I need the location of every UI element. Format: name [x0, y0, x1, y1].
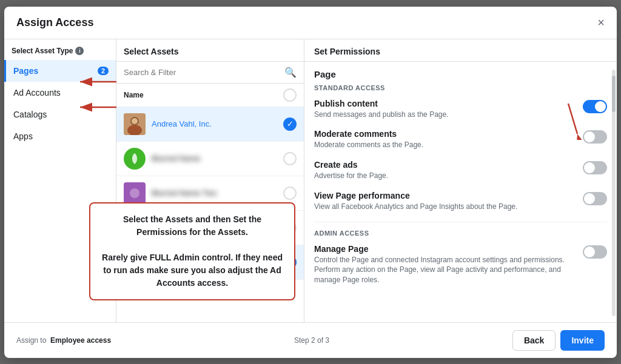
svg-line-13 [568, 104, 577, 134]
avatar [124, 113, 146, 135]
standard-access-title: Standard Access [314, 84, 607, 91]
right-panel-wrapper: Set Permissions Page Standard Access Pub… [304, 39, 617, 322]
scrollbar-track [612, 70, 616, 316]
pages-arrow-annotation [77, 73, 119, 90]
asset-name: Blurred Name [152, 154, 277, 163]
asset-row[interactable]: Blurred Name [116, 142, 304, 176]
permission-row-create-ads: Create ads Advertise for the Page. [314, 160, 607, 181]
search-bar: 🔍 [116, 62, 304, 84]
permission-name: Manage Page [314, 244, 576, 254]
toggle-arrow-annotation [532, 98, 586, 140]
asset-name: Andrea Vahl, Inc. [152, 119, 277, 128]
permission-row-manage-page: Manage Page Control the Page and connect… [314, 244, 607, 285]
permission-name: View Page performance [314, 191, 576, 200]
close-button[interactable]: × [597, 16, 605, 28]
set-permissions-header: Set Permissions [304, 39, 617, 62]
create-ads-toggle[interactable] [583, 161, 607, 174]
asset-check[interactable] [283, 187, 297, 200]
divider [314, 222, 607, 222]
page-label: Page [314, 69, 607, 79]
annotation-text: Select the Assets and then Set the Permi… [102, 214, 283, 288]
modal-footer: Assign to Employee access Step 2 of 3 Ba… [4, 322, 617, 358]
select-assets-header: Select Assets [116, 39, 304, 62]
footer-left: Assign to Employee access [16, 336, 111, 345]
step-indicator: Step 2 of 3 [294, 336, 329, 345]
avatar [124, 182, 146, 204]
permission-desc: Control the Page and connected Instagram… [314, 255, 576, 285]
search-input[interactable] [124, 68, 280, 77]
invite-button[interactable]: Invite [560, 330, 605, 351]
assign-access-modal: Assign Access × Select Asset Type i Page… [4, 7, 617, 358]
adaccounts-arrow-annotation [77, 99, 119, 116]
name-column-header: Name [116, 84, 304, 107]
view-page-performance-toggle[interactable] [583, 192, 607, 205]
moderate-comments-toggle[interactable] [583, 130, 607, 144]
permission-desc: Moderate comments as the Page. [314, 140, 576, 150]
permission-desc: View all Facebook Analytics and Page Ins… [314, 202, 576, 212]
search-icon: 🔍 [284, 67, 297, 78]
svg-point-3 [132, 118, 138, 124]
asset-check[interactable]: ✓ [283, 117, 297, 131]
sidebar-item-apps[interactable]: Apps [4, 125, 116, 147]
asset-name: Blurred Name Two [152, 188, 277, 197]
manage-page-toggle[interactable] [583, 245, 607, 259]
info-icon: i [75, 47, 84, 55]
right-panel: Set Permissions Page Standard Access Pub… [304, 39, 617, 303]
annotation-box: Select the Assets and then Set the Permi… [89, 202, 295, 300]
asset-check[interactable] [283, 152, 297, 165]
avatar [124, 148, 146, 170]
publish-content-toggle[interactable] [583, 100, 607, 113]
permission-name: Create ads [314, 160, 576, 170]
select-all-circle[interactable] [283, 88, 297, 102]
modal-title: Assign Access [16, 16, 93, 29]
select-asset-type-label: Select Asset Type i [4, 39, 116, 60]
admin-access-title: Admin Access [314, 230, 607, 237]
permission-desc: Advertise for the Page. [314, 171, 576, 181]
modal-header: Assign Access × [4, 7, 617, 39]
back-button[interactable]: Back [512, 330, 556, 351]
scrollbar-thumb[interactable] [612, 76, 616, 112]
footer-buttons: Back Invite [512, 330, 605, 351]
svg-point-4 [130, 188, 139, 198]
asset-row[interactable]: Andrea Vahl, Inc. ✓ [116, 107, 304, 142]
permission-row-view-page-performance: View Page performance View all Facebook … [314, 191, 607, 212]
